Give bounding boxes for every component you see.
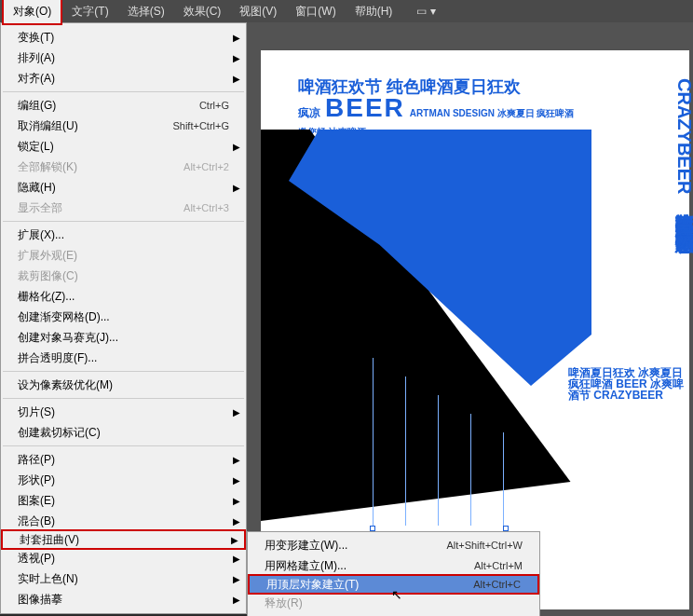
mouse-cursor-icon: ↖ (391, 587, 402, 602)
menu-item-label: 全部解锁(K) (18, 159, 183, 175)
menu-shortcut: Alt+Ctrl+M (474, 560, 523, 571)
chevron-right-icon: ▶ (233, 554, 240, 564)
menu-view[interactable]: 视图(V) (230, 0, 286, 23)
menu-item-label: 设为像素级优化(M) (18, 377, 229, 393)
menu-item-label: 锁定(L) (18, 139, 229, 155)
menu-item-label: 排列(A) (18, 50, 229, 66)
chevron-right-icon: ▶ (231, 535, 238, 545)
menu-item[interactable]: 对齐(A)▶ (1, 68, 246, 89)
menu-item-label: 图像描摹 (18, 592, 229, 608)
menu-help[interactable]: 帮助(H) (346, 0, 402, 23)
menu-item[interactable]: 拼合透明度(F)... (1, 348, 246, 368)
menu-item[interactable]: 创建渐变网格(D)... (1, 307, 246, 327)
menu-item-label: 用网格建立(M)... (265, 558, 474, 574)
menu-shortcut: Alt+Ctrl+3 (183, 202, 229, 213)
menu-item[interactable]: 取消编组(U)Shift+Ctrl+G (1, 116, 246, 136)
menu-item-label: 取消编组(U) (18, 118, 172, 134)
menu-item-label: 透视(P) (18, 551, 229, 567)
menu-item[interactable]: 形状(P)▶ (1, 470, 246, 490)
menu-shortcut: Alt+Ctrl+2 (183, 161, 229, 172)
menu-item-label: 用变形建立(W)... (265, 538, 446, 554)
menu-item-label: 对齐(A) (18, 71, 229, 87)
poster-text-bottom: 啤酒夏日狂欢 冰爽夏日 疯狂啤酒 BEER 冰爽啤酒节 CRAZYBEER (568, 367, 689, 609)
menu-item-label: 混合(B) (18, 513, 229, 529)
menu-item[interactable]: 扩展(X)... (1, 225, 246, 245)
menu-item[interactable]: 变换(T)▶ (1, 27, 246, 48)
chevron-right-icon: ▶ (233, 496, 240, 506)
menu-item[interactable]: 透视(P)▶ (1, 548, 246, 568)
menu-item-label: 创建渐变网格(D)... (18, 309, 229, 325)
menu-select[interactable]: 选择(S) (118, 0, 174, 23)
object-menu-dropdown: 变换(T)▶排列(A)▶对齐(A)▶编组(G)Ctrl+G取消编组(U)Shif… (0, 22, 247, 614)
chevron-right-icon: ▶ (233, 53, 240, 63)
menu-type[interactable]: 文字(T) (62, 0, 117, 23)
doc-arrange-icon[interactable]: ▭ ▾ (409, 1, 442, 21)
menu-item-label: 封套扭曲(V) (20, 532, 227, 548)
chevron-right-icon: ▶ (233, 455, 240, 465)
menu-item[interactable]: 封套扭曲(V)▶ (1, 529, 246, 550)
menu-item[interactable]: 混合(B)▶ (1, 511, 246, 531)
menu-item[interactable]: 用网格建立(M)...Alt+Ctrl+M (248, 555, 539, 576)
canvas-area[interactable]: 啤酒狂欢节 纯色啤酒夏日狂欢 疯凉 BEER ARTMAN SDESIGN 冰爽… (247, 22, 693, 616)
menu-item[interactable]: 设为像素级优化(M) (1, 375, 246, 395)
menu-item[interactable]: 创建对象马赛克(J)... (1, 327, 246, 348)
guide-line (373, 358, 374, 526)
menu-item[interactable]: 排列(A)▶ (1, 48, 246, 68)
menu-item-label: 创建裁切标记(C) (18, 425, 229, 441)
menu-item-label: 用顶层对象建立(T) (266, 577, 473, 593)
menu-item-label: 扩展(X)... (18, 227, 229, 243)
menu-item-label: 裁剪图像(C) (18, 268, 229, 284)
menu-item[interactable]: 图案(E)▶ (1, 490, 246, 511)
menu-shortcut: Ctrl+G (199, 100, 229, 111)
menu-item-label: 隐藏(H) (18, 180, 229, 196)
chevron-right-icon: ▶ (233, 574, 240, 584)
menu-item-label: 图案(E) (18, 493, 229, 509)
menu-item-label: 切片(S) (18, 404, 229, 420)
menu-item-label: 显示全部 (18, 200, 183, 216)
guide-line (405, 376, 406, 526)
menu-item-label: 栅格化(Z)... (18, 289, 229, 305)
menu-item[interactable]: 栅格化(Z)... (1, 286, 246, 307)
menu-item-label: 形状(P) (18, 472, 229, 488)
menu-item[interactable]: 图像描摹▶ (1, 589, 246, 609)
chevron-right-icon: ▶ (233, 475, 240, 486)
menu-item[interactable]: 编组(G)Ctrl+G (1, 95, 246, 116)
chevron-right-icon: ▶ (233, 595, 240, 605)
menu-shortcut: Alt+Shift+Ctrl+W (446, 540, 523, 551)
menu-item: 全部解锁(K)Alt+Ctrl+2 (1, 157, 246, 177)
poster-text-top: 啤酒狂欢节 纯色啤酒夏日狂欢 疯凉 BEER ARTMAN SDESIGN 冰爽… (298, 78, 582, 134)
menu-effect[interactable]: 效果(C) (174, 0, 231, 23)
menu-item-label: 编组(G) (18, 98, 199, 114)
menu-item-label: 路径(P) (18, 452, 229, 468)
menu-item-label: 拼合透明度(F)... (18, 350, 229, 366)
menu-item-label: 变换(T) (18, 30, 229, 46)
envelope-distort-submenu: 用变形建立(W)...Alt+Shift+Ctrl+W用网格建立(M)...Al… (247, 531, 540, 616)
menu-item: 显示全部Alt+Ctrl+3 (1, 198, 246, 218)
menu-item[interactable]: 创建裁切标记(C) (1, 422, 246, 443)
menu-item: 扩展外观(E) (1, 245, 246, 266)
menu-item[interactable]: 隐藏(H)▶ (1, 177, 246, 198)
menu-item[interactable]: 实时上色(N)▶ (1, 568, 246, 589)
menu-window[interactable]: 窗口(W) (286, 0, 345, 23)
artboard[interactable]: 啤酒狂欢节 纯色啤酒夏日狂欢 疯凉 BEER ARTMAN SDESIGN 冰爽… (261, 50, 689, 609)
chevron-right-icon: ▶ (233, 33, 240, 43)
guide-line (438, 395, 439, 526)
menu-item[interactable]: 路径(P)▶ (1, 449, 246, 470)
menu-object[interactable]: 对象(O) (2, 0, 62, 25)
menu-bar: 对象(O) 文字(T) 选择(S) 效果(C) 视图(V) 窗口(W) 帮助(H… (0, 0, 693, 22)
guide-line (503, 432, 504, 526)
menu-item-label: 创建对象马赛克(J)... (18, 330, 229, 346)
menu-item-label: 扩展外观(E) (18, 248, 229, 264)
menu-item[interactable]: 用变形建立(W)...Alt+Shift+Ctrl+W (248, 535, 539, 555)
chevron-right-icon: ▶ (233, 183, 240, 193)
menu-item-label: 实时上色(N) (18, 571, 229, 587)
menu-shortcut: Alt+Ctrl+C (473, 579, 521, 590)
chevron-right-icon: ▶ (233, 407, 240, 418)
chevron-right-icon: ▶ (233, 74, 240, 84)
chevron-right-icon: ▶ (233, 516, 240, 527)
menu-item: 裁剪图像(C) (1, 266, 246, 286)
guide-line (470, 414, 471, 526)
chevron-right-icon: ▶ (233, 142, 240, 152)
menu-item[interactable]: 切片(S)▶ (1, 402, 246, 422)
menu-item[interactable]: 锁定(L)▶ (1, 136, 246, 157)
